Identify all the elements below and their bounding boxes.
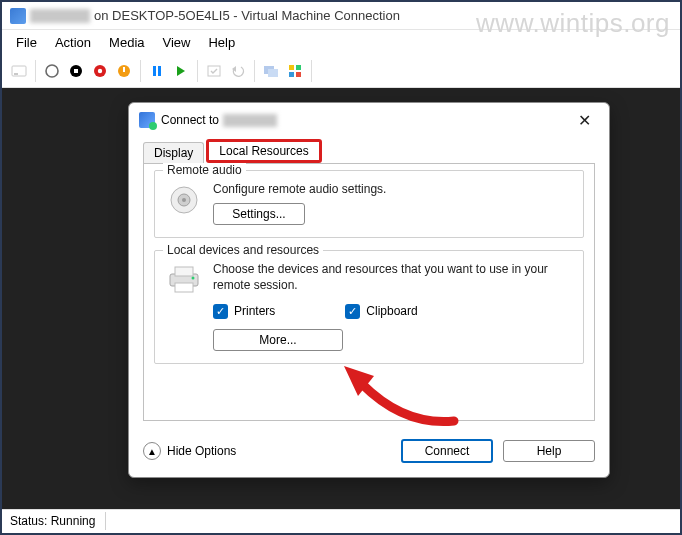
enhanced-session-icon[interactable] xyxy=(260,60,282,82)
reset-icon[interactable] xyxy=(170,60,192,82)
dialog-target-obscured xyxy=(223,114,277,127)
rdp-icon xyxy=(139,112,155,128)
check-icon: ✓ xyxy=(213,304,228,319)
checkpoint-icon[interactable] xyxy=(203,60,225,82)
close-icon[interactable]: ✕ xyxy=(570,107,599,134)
chevron-up-icon: ▲ xyxy=(143,442,161,460)
checkbox-clipboard[interactable]: ✓ Clipboard xyxy=(345,304,417,319)
svg-rect-10 xyxy=(158,66,161,76)
help-button[interactable]: Help xyxy=(503,440,595,462)
svg-rect-16 xyxy=(289,65,294,70)
checkbox-printers[interactable]: ✓ Printers xyxy=(213,304,275,319)
svg-rect-4 xyxy=(74,69,78,73)
svg-rect-17 xyxy=(296,65,301,70)
tab-panel-local-resources: Remote audio Configure remote audio sett… xyxy=(143,163,595,421)
check-icon: ✓ xyxy=(345,304,360,319)
remote-audio-desc: Configure remote audio settings. xyxy=(213,181,573,197)
svg-marker-11 xyxy=(177,66,185,76)
save-icon[interactable] xyxy=(113,60,135,82)
statusbar: Status: Running xyxy=(2,509,680,531)
svg-rect-18 xyxy=(289,72,294,77)
dialog-footer: ▲ Hide Options Connect Help xyxy=(129,431,609,477)
vm-name-obscured xyxy=(30,9,90,23)
share-icon[interactable] xyxy=(284,60,306,82)
audio-settings-button[interactable]: Settings... xyxy=(213,203,305,225)
tab-display[interactable]: Display xyxy=(143,142,204,163)
svg-rect-1 xyxy=(14,73,18,75)
start-icon[interactable] xyxy=(41,60,63,82)
status-text: Status: Running xyxy=(8,512,106,530)
group-title-local-devices: Local devices and resources xyxy=(163,243,323,257)
svg-rect-9 xyxy=(153,66,156,76)
vm-client-area: Connect to ✕ Display Local Resources Rem… xyxy=(2,88,680,509)
speaker-icon xyxy=(165,181,203,219)
group-local-devices: Local devices and resources Choose the d… xyxy=(154,250,584,363)
svg-rect-24 xyxy=(175,267,193,276)
menu-view[interactable]: View xyxy=(155,32,199,53)
connect-button[interactable]: Connect xyxy=(401,439,493,463)
pause-icon[interactable] xyxy=(146,60,168,82)
more-button[interactable]: More... xyxy=(213,329,343,351)
checkbox-clipboard-label: Clipboard xyxy=(366,304,417,318)
hide-options-label: Hide Options xyxy=(167,444,236,458)
svg-point-2 xyxy=(46,65,58,77)
window-titlebar: on DESKTOP-5OE4LI5 - Virtual Machine Con… xyxy=(2,2,680,30)
printer-icon xyxy=(165,261,203,299)
revert-icon[interactable] xyxy=(227,60,249,82)
svg-rect-8 xyxy=(123,67,125,72)
group-remote-audio: Remote audio Configure remote audio sett… xyxy=(154,170,584,238)
svg-rect-15 xyxy=(268,69,278,77)
svg-rect-12 xyxy=(208,66,220,76)
menu-help[interactable]: Help xyxy=(200,32,243,53)
menubar: File Action Media View Help xyxy=(2,30,680,54)
hide-options-button[interactable]: ▲ Hide Options xyxy=(143,442,236,460)
turnoff-icon[interactable] xyxy=(65,60,87,82)
dialog-title-prefix: Connect to xyxy=(161,113,219,127)
shutdown-icon[interactable] xyxy=(89,60,111,82)
menu-action[interactable]: Action xyxy=(47,32,99,53)
dialog-tabs: Display Local Resources xyxy=(129,137,609,163)
menu-file[interactable]: File xyxy=(8,32,45,53)
checkbox-printers-label: Printers xyxy=(234,304,275,318)
local-devices-desc: Choose the devices and resources that yo… xyxy=(213,261,573,293)
svg-point-26 xyxy=(192,277,195,280)
svg-rect-25 xyxy=(175,283,193,292)
menu-media[interactable]: Media xyxy=(101,32,152,53)
hyperv-icon xyxy=(10,8,26,24)
connect-dialog: Connect to ✕ Display Local Resources Rem… xyxy=(128,102,610,478)
dialog-titlebar: Connect to ✕ xyxy=(129,103,609,137)
tab-local-resources[interactable]: Local Resources xyxy=(206,139,321,163)
ctrl-alt-del-icon[interactable] xyxy=(8,60,30,82)
window-title-text: on DESKTOP-5OE4LI5 - Virtual Machine Con… xyxy=(94,8,400,23)
svg-point-22 xyxy=(182,198,186,202)
toolbar xyxy=(2,54,680,88)
svg-rect-19 xyxy=(296,72,301,77)
svg-point-6 xyxy=(98,68,102,72)
group-title-remote-audio: Remote audio xyxy=(163,163,246,177)
